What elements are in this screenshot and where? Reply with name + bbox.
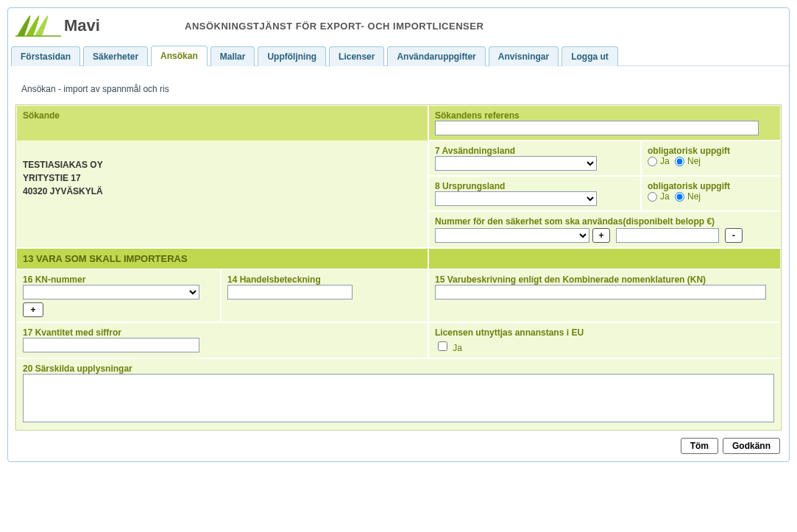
header: Mavi ANSÖKNINGSTJÄNST FÖR EXPORT- OCH IM…	[8, 8, 789, 38]
tab-label: Ansökan	[160, 51, 198, 61]
tab-ansokan[interactable]: Ansökan	[151, 46, 208, 66]
field20-textarea[interactable]	[23, 374, 774, 422]
radio-label: Nej	[687, 191, 701, 202]
app-window: Mavi ANSÖKNINGSTJÄNST FÖR EXPORT- OCH IM…	[7, 7, 790, 462]
security-remove-button[interactable]: -	[725, 228, 743, 243]
tab-bar: Förstasidan Säkerheter Ansökan Mallar Up…	[11, 45, 789, 66]
application-form: Sökande Sökandens referens TESTIASIAKAS …	[15, 104, 782, 430]
field8-label: 8 Ursprungsland	[435, 181, 634, 191]
approve-button[interactable]: Godkänn	[723, 438, 780, 454]
field8-radio-group: Ja Nej	[648, 191, 774, 202]
field17-input[interactable]	[23, 338, 199, 352]
tab-label: Mallar	[220, 52, 246, 62]
tab-forstasidan[interactable]: Förstasidan	[11, 46, 80, 66]
reference-heading: Sökandens referens	[435, 110, 774, 121]
field7-mandatory-label: obligatorisk uppgift	[648, 146, 774, 156]
field17-label: 17 Kvantitet med siffror	[23, 327, 422, 338]
tab-logga-ut[interactable]: Logga ut	[562, 46, 618, 66]
security-amount-input[interactable]	[616, 228, 719, 243]
field8-mandatory-label: obligatorisk uppgift	[648, 181, 774, 191]
field15-label: 15 Varubeskrivning enligt den Kombinerad…	[435, 274, 774, 285]
tab-sakerheter[interactable]: Säkerheter	[83, 46, 148, 66]
tab-anvisningar[interactable]: Anvisningar	[489, 46, 559, 66]
field7-radio-group: Ja Nej	[648, 156, 774, 166]
mavi-logo-icon	[15, 14, 61, 38]
field14-label: 14 Handelsbeteckning	[227, 274, 422, 285]
security-label: Nummer för den säkerhet som ska användas…	[435, 216, 774, 227]
tab-label: Förstasidan	[21, 52, 71, 62]
applicant-city: 40320 JYVÄSKYLÄ	[23, 185, 422, 198]
clear-button[interactable]: Töm	[681, 438, 718, 454]
tab-label: Licenser	[339, 52, 375, 62]
field8-radio-ja[interactable]	[648, 192, 657, 202]
field14-input[interactable]	[227, 285, 353, 299]
tab-label: Logga ut	[571, 52, 609, 62]
license-eu-checkbox-label: Ja	[453, 343, 462, 353]
tab-mallar[interactable]: Mallar	[210, 46, 255, 66]
tab-label: Användaruppgifter	[397, 52, 475, 62]
security-select[interactable]	[435, 228, 589, 243]
field8-select[interactable]	[435, 191, 597, 206]
form-subtitle: Ansökan - import av spannmål och ris	[21, 84, 789, 94]
field15-input[interactable]	[435, 285, 766, 299]
applicant-street: YRITYSTIE 17	[23, 171, 422, 185]
tab-label: Säkerheter	[93, 52, 138, 62]
license-eu-checkbox[interactable]	[438, 341, 447, 351]
field8-radio-nej[interactable]	[675, 192, 684, 202]
field7-label: 7 Avsändningsland	[435, 146, 634, 156]
tab-uppfoljning[interactable]: Uppföljning	[258, 46, 326, 66]
field7-radio-nej[interactable]	[675, 157, 684, 166]
radio-label: Ja	[660, 191, 670, 202]
field16-add-button[interactable]: +	[23, 302, 43, 317]
reference-input[interactable]	[435, 121, 759, 135]
license-eu-label: Licensen utnyttjas annanstans i EU	[435, 327, 774, 338]
tab-label: Uppföljning	[267, 52, 316, 62]
applicant-heading: Sökande	[23, 110, 60, 121]
radio-label: Ja	[660, 156, 670, 166]
applicant-name: TESTIASIAKAS OY	[23, 158, 422, 171]
field16-select[interactable]	[23, 285, 199, 299]
security-add-button[interactable]: +	[592, 228, 610, 243]
radio-label: Nej	[687, 156, 701, 166]
section13-fill	[428, 248, 781, 269]
applicant-address: TESTIASIAKAS OY YRITYSTIE 17 40320 JYVÄS…	[23, 145, 422, 198]
tab-anvandaruppgifter[interactable]: Användaruppgifter	[387, 46, 485, 66]
field7-select[interactable]	[435, 156, 597, 171]
logo: Mavi	[15, 14, 148, 38]
section13-heading: 13 VARA SOM SKALL IMPORTERAS	[16, 248, 428, 269]
tab-label: Anvisningar	[498, 52, 549, 62]
field7-radio-ja[interactable]	[648, 157, 657, 166]
field20-label: 20 Särskilda upplysningar	[23, 363, 774, 374]
tab-licenser[interactable]: Licenser	[329, 46, 384, 66]
page-title: ANSÖKNINGSTJÄNST FÖR EXPORT- OCH IMPORTL…	[185, 21, 483, 32]
brand-name: Mavi	[64, 16, 100, 35]
field16-label: 16 KN-nummer	[23, 274, 214, 285]
footer-actions: Töm Godkänn	[8, 438, 780, 454]
